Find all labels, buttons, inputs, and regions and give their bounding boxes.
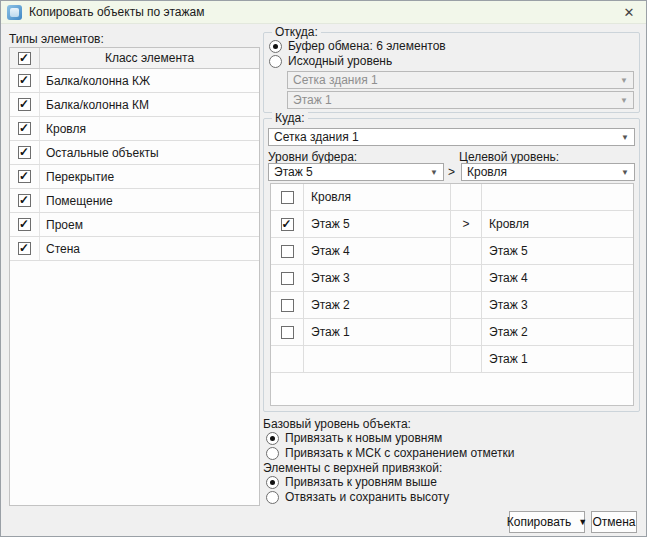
mapping-arrow-cell: > [451, 211, 482, 237]
buffer-level-cell: Этаж 4 [304, 238, 451, 264]
buffer-level-combo-value: Этаж 5 [274, 165, 313, 179]
window-title: Копировать объекты по этажам [29, 5, 204, 19]
mapping-row[interactable]: Этаж 1 [271, 346, 633, 373]
target-level-cell: Кровля [482, 211, 633, 237]
unbind-keep-height-option[interactable]: Отвязать и сохранить высоту [266, 490, 449, 504]
unbind-keep-height-label: Отвязать и сохранить высоту [285, 490, 449, 504]
base-level-label: Базовый уровень объекта: [263, 417, 411, 431]
cancel-button[interactable]: Отмена [591, 511, 637, 533]
cancel-button-label: Отмена [592, 515, 635, 529]
bind-msk-label: Привязать к МСК с сохранением отметки [285, 446, 514, 460]
clipboard-radio[interactable] [269, 40, 282, 53]
element-types-header: Класс элемента [10, 48, 259, 69]
buffer-level-cell: Этаж 3 [304, 265, 451, 291]
row-label: Остальные объекты [40, 146, 159, 160]
mapping-checkbox[interactable] [281, 245, 294, 258]
source-grid-combo-value: Сетка здания 1 [293, 73, 378, 87]
mapping-row[interactable]: Кровля [271, 184, 633, 211]
mapping-row[interactable]: Этаж 5 > Кровля [271, 211, 633, 238]
table-row[interactable]: Помещение [10, 189, 259, 213]
top-anchor-label: Элементы с верхней привязкой: [263, 461, 442, 475]
bind-new-levels-option[interactable]: Привязать к новым уровням [266, 431, 442, 445]
mapping-row[interactable]: Этаж 2 Этаж 3 [271, 292, 633, 319]
table-row[interactable]: Проем [10, 213, 259, 237]
target-level-combo[interactable]: Кровля ▼ [461, 163, 635, 181]
mapping-checkbox[interactable] [281, 272, 294, 285]
buffer-level-cell: Кровля [304, 184, 451, 210]
copy-objects-dialog: Копировать объекты по этажам ✕ Типы элем… [0, 0, 647, 537]
target-level-cell: Этаж 1 [482, 346, 633, 372]
chevron-down-icon: ▼ [620, 96, 628, 105]
mapping-row[interactable]: Этаж 4 Этаж 5 [271, 238, 633, 265]
mapping-checkbox[interactable] [281, 191, 294, 204]
row-checkbox[interactable] [18, 194, 31, 207]
bind-levels-above-radio[interactable] [266, 476, 279, 489]
source-level-radio-option[interactable]: Исходный уровень [269, 54, 392, 68]
target-level-cell: Этаж 5 [482, 238, 633, 264]
table-row[interactable]: Стена [10, 237, 259, 261]
chevron-down-icon: ▼ [621, 168, 629, 177]
mapping-arrow-cell [451, 346, 482, 372]
buffer-level-cell: Этаж 1 [304, 319, 451, 345]
copy-dropdown-arrow-icon[interactable]: ▼ [578, 517, 587, 527]
row-label: Кровля [40, 122, 86, 136]
chevron-down-icon: ▼ [430, 168, 438, 177]
row-label: Балка/колонна КЖ [40, 74, 150, 88]
mapping-checkbox[interactable] [281, 218, 294, 231]
row-checkbox[interactable] [18, 98, 31, 111]
buffer-level-combo[interactable]: Этаж 5 ▼ [268, 163, 444, 181]
source-grid-combo: Сетка здания 1 ▼ [287, 71, 634, 89]
chevron-down-icon: ▼ [620, 76, 628, 85]
row-checkbox[interactable] [18, 242, 31, 255]
source-level-combo-value: Этаж 1 [293, 93, 332, 107]
mapping-row[interactable]: Этаж 1 Этаж 2 [271, 319, 633, 346]
to-group-label: Куда: [272, 111, 308, 125]
bind-msk-option[interactable]: Привязать к МСК с сохранением отметки [266, 446, 514, 460]
target-level-cell [482, 184, 633, 210]
source-level-radio-label: Исходный уровень [288, 54, 392, 68]
mapping-arrow-cell [451, 184, 482, 210]
row-label: Перекрытие [40, 170, 114, 184]
row-checkbox[interactable] [18, 146, 31, 159]
table-row[interactable]: Кровля [10, 117, 259, 141]
title-bar: Копировать объекты по этажам ✕ [1, 1, 646, 24]
mapping-checkbox[interactable] [281, 299, 294, 312]
table-row[interactable]: Перекрытие [10, 165, 259, 189]
row-checkbox[interactable] [18, 74, 31, 87]
target-grid-combo-value: Сетка здания 1 [274, 130, 359, 144]
row-checkbox[interactable] [18, 218, 31, 231]
bind-new-levels-radio[interactable] [266, 432, 279, 445]
select-all-checkbox[interactable] [18, 52, 31, 65]
close-icon[interactable]: ✕ [612, 1, 646, 24]
copy-button[interactable]: Копировать ▼ [509, 511, 585, 533]
mapping-arrow-cell [451, 319, 482, 345]
table-row[interactable]: Остальные объекты [10, 141, 259, 165]
target-level-cell: Этаж 3 [482, 292, 633, 318]
target-level-cell: Этаж 4 [482, 265, 633, 291]
mapping-row[interactable]: Этаж 3 Этаж 4 [271, 265, 633, 292]
row-label: Проем [40, 218, 83, 232]
bind-levels-above-option[interactable]: Привязать к уровням выше [266, 475, 437, 489]
mapping-checkbox[interactable] [281, 326, 294, 339]
mapping-arrow-cell [451, 238, 482, 264]
target-level-label: Целевой уровень: [459, 150, 559, 164]
element-types-label: Типы элементов: [9, 32, 104, 46]
row-label: Стена [40, 242, 80, 256]
row-label: Балка/колонна КМ [40, 98, 149, 112]
chevron-down-icon: ▼ [621, 133, 629, 142]
buffer-level-cell: Этаж 2 [304, 292, 451, 318]
unbind-keep-height-radio[interactable] [266, 491, 279, 504]
source-level-radio[interactable] [269, 55, 282, 68]
row-checkbox[interactable] [18, 170, 31, 183]
clipboard-radio-label: Буфер обмена: 6 элементов [288, 39, 446, 53]
target-level-cell: Этаж 2 [482, 319, 633, 345]
bind-msk-radio[interactable] [266, 447, 279, 460]
clipboard-radio-option[interactable]: Буфер обмена: 6 элементов [269, 39, 446, 53]
element-types-list: Класс элемента Балка/колонна КЖ Балка/ко… [9, 47, 260, 506]
mapping-arrow-cell [451, 292, 482, 318]
table-row[interactable]: Балка/колонна КМ [10, 93, 259, 117]
table-row[interactable]: Балка/колонна КЖ [10, 69, 259, 93]
target-grid-combo[interactable]: Сетка здания 1 ▼ [268, 128, 635, 146]
row-checkbox[interactable] [18, 122, 31, 135]
app-icon [7, 5, 22, 20]
